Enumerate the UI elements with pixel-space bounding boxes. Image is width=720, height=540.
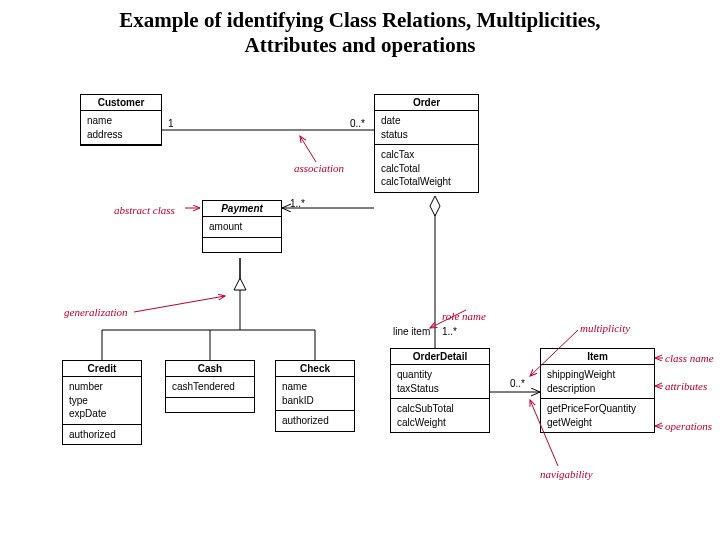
mult-item: 0..* xyxy=(510,378,525,389)
mult-payment: 1..* xyxy=(290,198,305,209)
class-payment: Payment amount xyxy=(202,200,282,253)
role-line-item: line item xyxy=(393,326,430,337)
mult-orderdetail: 1..* xyxy=(442,326,457,337)
svg-line-11 xyxy=(134,296,225,312)
class-name-orderdetail: OrderDetail xyxy=(391,349,489,365)
annot-abstract-class: abstract class xyxy=(114,204,175,216)
annot-attributes: attributes xyxy=(665,380,707,392)
attr: expDate xyxy=(69,407,135,421)
title-line2: Attributes and operations xyxy=(244,33,475,57)
attr: description xyxy=(547,382,648,396)
attrs-item: shippingWeight description xyxy=(541,365,654,399)
class-name-item: Item xyxy=(541,349,654,365)
class-order: Order date status calcTax calcTotal calc… xyxy=(374,94,479,193)
attrs-cash: cashTendered xyxy=(166,377,254,398)
ops-cash xyxy=(166,398,254,412)
class-check: Check name bankID authorized xyxy=(275,360,355,432)
attr: status xyxy=(381,128,472,142)
op: authorized xyxy=(69,428,135,442)
attrs-orderdetail: quantity taxStatus xyxy=(391,365,489,399)
svg-line-10 xyxy=(300,136,316,162)
annot-navigability: navigability xyxy=(540,468,593,480)
annot-class-name: class name xyxy=(665,352,714,364)
class-cash: Cash cashTendered xyxy=(165,360,255,413)
op: authorized xyxy=(282,414,348,428)
page-title: Example of identifying Class Relations, … xyxy=(0,8,720,58)
class-credit: Credit number type expDate authorized xyxy=(62,360,142,445)
class-item: Item shippingWeight description getPrice… xyxy=(540,348,655,433)
ops-order: calcTax calcTotal calcTotalWeight xyxy=(375,145,478,192)
ops-credit: authorized xyxy=(63,425,141,445)
attr: date xyxy=(381,114,472,128)
class-customer: Customer name address xyxy=(80,94,162,146)
attr: type xyxy=(69,394,135,408)
op: calcWeight xyxy=(397,416,483,430)
mult-order: 0..* xyxy=(350,118,365,129)
attr: cashTendered xyxy=(172,380,248,394)
op: getWeight xyxy=(547,416,648,430)
attr: bankID xyxy=(282,394,348,408)
class-name-payment: Payment xyxy=(203,201,281,217)
ops-payment xyxy=(203,238,281,252)
class-name-customer: Customer xyxy=(81,95,161,111)
annot-operations: operations xyxy=(665,420,712,432)
attr: number xyxy=(69,380,135,394)
attrs-check: name bankID xyxy=(276,377,354,411)
attr: name xyxy=(282,380,348,394)
attr: quantity xyxy=(397,368,483,382)
op: calcTotalWeight xyxy=(381,175,472,189)
ops-orderdetail: calcSubTotal calcWeight xyxy=(391,399,489,432)
attrs-credit: number type expDate xyxy=(63,377,141,425)
op: getPriceForQuantity xyxy=(547,402,648,416)
attr: name xyxy=(87,114,155,128)
attr: amount xyxy=(209,220,275,234)
attrs-payment: amount xyxy=(203,217,281,238)
annot-generalization: generalization xyxy=(64,306,128,318)
op: calcSubTotal xyxy=(397,402,483,416)
attrs-order: date status xyxy=(375,111,478,145)
attr: taxStatus xyxy=(397,382,483,396)
mult-customer: 1 xyxy=(168,118,174,129)
class-name-order: Order xyxy=(375,95,478,111)
class-name-credit: Credit xyxy=(63,361,141,377)
annot-association: association xyxy=(294,162,344,174)
attrs-customer: name address xyxy=(81,111,161,145)
class-name-cash: Cash xyxy=(166,361,254,377)
op: calcTotal xyxy=(381,162,472,176)
class-orderdetail: OrderDetail quantity taxStatus calcSubTo… xyxy=(390,348,490,433)
op: calcTax xyxy=(381,148,472,162)
ops-check: authorized xyxy=(276,411,354,431)
ops-item: getPriceForQuantity getWeight xyxy=(541,399,654,432)
title-line1: Example of identifying Class Relations, … xyxy=(119,8,600,32)
diagram-lines xyxy=(0,0,720,540)
attr: shippingWeight xyxy=(547,368,648,382)
class-name-check: Check xyxy=(276,361,354,377)
attr: address xyxy=(87,128,155,142)
annot-role-name: role name xyxy=(442,310,486,322)
annot-multiplicity: multiplicity xyxy=(580,322,630,334)
